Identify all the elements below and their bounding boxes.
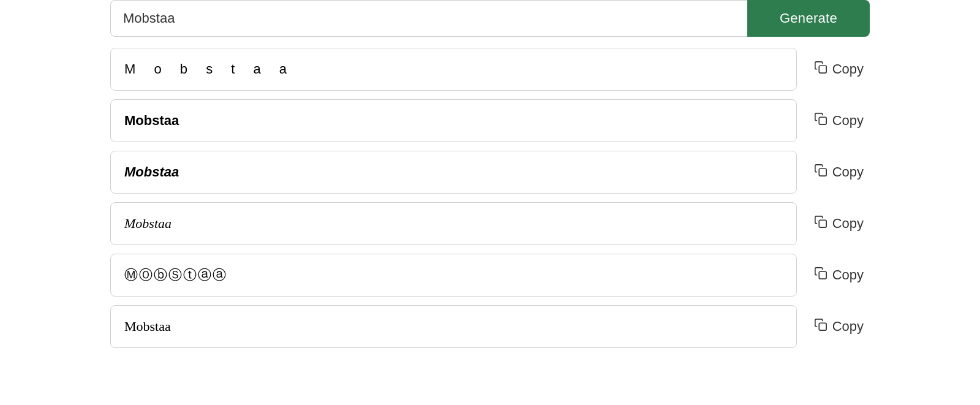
copy-icon-bold xyxy=(814,112,827,129)
copy-button-bold-italic[interactable]: Copy xyxy=(808,159,870,186)
copy-label-circled: Copy xyxy=(832,267,864,283)
copy-label-bold: Copy xyxy=(832,113,864,129)
svg-rect-0 xyxy=(819,66,826,73)
result-box-spaced: M o b s t a a xyxy=(110,48,797,91)
copy-label-spaced: Copy xyxy=(832,61,864,77)
result-row-cursive: Mobstaa Copy xyxy=(110,202,870,245)
svg-rect-3 xyxy=(819,220,826,227)
results-list: M o b s t a a Copy Mobstaa xyxy=(110,48,870,348)
result-text-spaced: M o b s t a a xyxy=(124,61,294,77)
text-input[interactable] xyxy=(110,0,747,37)
result-row-bold: Mobstaa Copy xyxy=(110,99,870,142)
top-bar: Generate xyxy=(110,0,870,37)
copy-button-circled[interactable]: Copy xyxy=(808,262,870,289)
result-text-bold-italic: Mobstaa xyxy=(124,164,179,180)
result-text-cursive: Mobstaa xyxy=(124,216,172,232)
svg-rect-5 xyxy=(819,323,826,330)
result-text-serif: Mobstaa xyxy=(124,319,171,335)
result-box-circled: ⓂⓄⓑⓈⓣⓐⓐ xyxy=(110,254,797,297)
copy-icon-spaced xyxy=(814,61,827,78)
result-text-bold: Mobstaa xyxy=(124,113,179,129)
copy-icon-cursive xyxy=(814,215,827,232)
generate-button[interactable]: Generate xyxy=(747,0,870,37)
result-box-bold: Mobstaa xyxy=(110,99,797,142)
copy-label-bold-italic: Copy xyxy=(832,164,864,180)
copy-icon-serif xyxy=(814,318,827,335)
copy-button-serif[interactable]: Copy xyxy=(808,313,870,340)
svg-rect-2 xyxy=(819,168,826,176)
svg-rect-4 xyxy=(819,271,826,279)
svg-rect-1 xyxy=(819,117,826,124)
result-box-serif: Mobstaa xyxy=(110,305,797,348)
result-text-circled: ⓂⓄⓑⓈⓣⓐⓐ xyxy=(124,266,227,284)
result-box-cursive: Mobstaa xyxy=(110,202,797,245)
copy-button-cursive[interactable]: Copy xyxy=(808,210,870,237)
result-row-spaced: M o b s t a a Copy xyxy=(110,48,870,91)
copy-icon-bold-italic xyxy=(814,164,827,181)
copy-label-cursive: Copy xyxy=(832,216,864,232)
page-container: Generate M o b s t a a Copy Mobst xyxy=(0,0,980,357)
result-row-bold-italic: Mobstaa Copy xyxy=(110,151,870,194)
copy-label-serif: Copy xyxy=(832,319,864,335)
copy-button-spaced[interactable]: Copy xyxy=(808,56,870,83)
result-row-serif: Mobstaa Copy xyxy=(110,305,870,348)
copy-button-bold[interactable]: Copy xyxy=(808,107,870,134)
result-box-bold-italic: Mobstaa xyxy=(110,151,797,194)
result-row-circled: ⓂⓄⓑⓈⓣⓐⓐ Copy xyxy=(110,254,870,297)
copy-icon-circled xyxy=(814,267,827,284)
